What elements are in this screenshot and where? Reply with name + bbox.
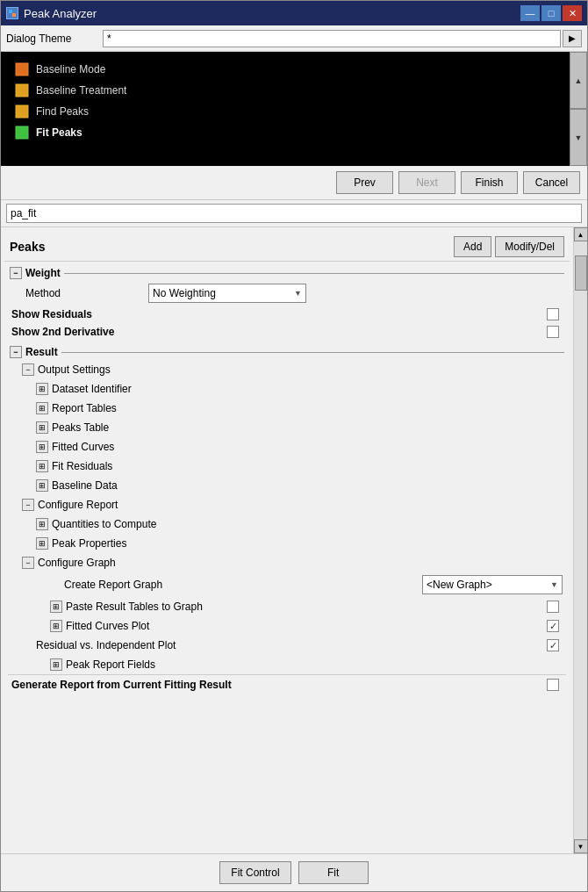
peak-properties-expand[interactable]: ⊞ (36, 537, 48, 550)
quantities-expand[interactable]: ⊞ (36, 518, 48, 530)
fitted-curves-plot-expand[interactable]: ⊞ (50, 620, 62, 632)
peak-properties-label: Peak Properties (52, 537, 563, 550)
next-button[interactable]: Next (398, 171, 455, 194)
quantities-label: Quantities to Compute (52, 518, 563, 530)
bottom-bar: Fit Control Fit (1, 853, 587, 891)
generate-label: Generate Report from Current Fitting Res… (11, 679, 547, 691)
create-report-graph-select[interactable]: <New Graph> ▼ (422, 575, 563, 594)
output-settings-collapse[interactable]: − (22, 363, 34, 376)
scroll-down-arrow[interactable]: ▼ (574, 839, 588, 853)
step-fit-peaks[interactable]: Fit Peaks (8, 122, 580, 143)
result-collapse-btn[interactable]: − (10, 346, 22, 358)
peaks-title: Peaks (10, 240, 45, 254)
fit-residuals-label: Fit Residuals (52, 460, 563, 472)
prev-button[interactable]: Prev (336, 171, 393, 194)
main-content: Peaks Add Modify/Del − Weight Method No (1, 227, 587, 853)
close-button[interactable]: ✕ (563, 5, 582, 21)
steps-scroll-down[interactable]: ▼ (570, 109, 587, 166)
dialog-theme-arrow-button[interactable]: ▶ (563, 30, 582, 47)
dialog-theme-input[interactable] (103, 30, 561, 47)
show-2nd-derivative-row: Show 2nd Derivative (8, 323, 566, 341)
baseline-data-expand[interactable]: ⊞ (36, 479, 48, 492)
weight-collapse-btn[interactable]: − (10, 267, 22, 279)
dataset-identifier-row: ⊞ Dataset Identifier (8, 379, 566, 399)
fit-button[interactable]: Fit (298, 861, 369, 884)
configure-graph-collapse[interactable]: − (22, 557, 34, 569)
result-divider (61, 352, 564, 353)
peak-report-fields-expand[interactable]: ⊞ (50, 658, 62, 671)
method-select-arrow: ▼ (294, 289, 302, 298)
residual-right (547, 639, 563, 651)
step-find-peaks-label: Find Peaks (36, 105, 89, 118)
peak-analyzer-window: Peak Analyzer — □ ✕ Dialog Theme ▶ Basel… (0, 0, 588, 892)
configure-report-row: − Configure Report (8, 495, 566, 514)
tree-panel: Peaks Add Modify/Del − Weight Method No (1, 227, 573, 853)
scroll-thumb[interactable] (575, 255, 587, 291)
peaks-table-expand[interactable]: ⊞ (36, 421, 48, 434)
step-baseline-mode-label: Baseline Mode (36, 63, 105, 76)
result-title: Result (25, 346, 58, 358)
fitted-curves-label: Fitted Curves (52, 441, 563, 453)
steps-scrollbar: ▲ ▼ (570, 52, 587, 166)
fitted-curves-plot-row: ⊞ Fitted Curves Plot (8, 616, 566, 636)
minimize-button[interactable]: — (520, 5, 540, 21)
result-section-header: − Result (8, 344, 566, 360)
fit-residuals-expand[interactable]: ⊞ (36, 460, 48, 472)
step-baseline-treatment-label: Baseline Treatment (36, 84, 126, 97)
finish-button[interactable]: Finish (461, 171, 518, 194)
quantities-to-compute-row: ⊞ Quantities to Compute (8, 514, 566, 534)
dialog-theme-row: Dialog Theme ▶ (1, 25, 587, 52)
cancel-button[interactable]: Cancel (523, 171, 580, 194)
dataset-identifier-expand[interactable]: ⊞ (36, 383, 48, 395)
paste-result-checkbox[interactable] (547, 601, 559, 613)
peak-properties-row: ⊞ Peak Properties (8, 534, 566, 553)
baseline-data-row: ⊞ Baseline Data (8, 476, 566, 495)
method-select[interactable]: No Weighting ▼ (148, 284, 306, 303)
fit-control-button[interactable]: Fit Control (219, 861, 290, 884)
title-controls: — □ ✕ (520, 5, 582, 21)
paste-result-label: Paste Result Tables to Graph (66, 601, 547, 613)
fitted-curves-row: ⊞ Fitted Curves (8, 437, 566, 457)
window-title: Peak Analyzer (24, 7, 520, 20)
fitted-curves-plot-right (547, 620, 563, 632)
peak-report-fields-row: ⊞ Peak Report Fields (8, 655, 566, 674)
baseline-data-label: Baseline Data (52, 479, 563, 492)
main-scrollbar: ▲ ▼ (573, 227, 587, 853)
show-2nd-derivative-checkbox[interactable] (547, 326, 559, 338)
show-2nd-derivative-label: Show 2nd Derivative (11, 326, 547, 338)
scroll-up-arrow[interactable]: ▲ (574, 227, 588, 241)
modify-del-button[interactable]: Modify/Del (495, 236, 564, 257)
residual-checkbox[interactable] (547, 639, 559, 651)
configure-report-collapse[interactable]: − (22, 499, 34, 511)
show-residuals-label: Show Residuals (11, 308, 547, 320)
step-baseline-mode[interactable]: Baseline Mode (8, 59, 580, 80)
report-graph-value: <New Graph> (427, 579, 492, 591)
step-baseline-treatment[interactable]: Baseline Treatment (8, 80, 580, 101)
maximize-button[interactable]: □ (541, 5, 561, 21)
report-tables-row: ⊞ Report Tables (8, 399, 566, 418)
dialog-theme-label: Dialog Theme (6, 32, 103, 45)
title-bar: Peak Analyzer — □ ✕ (1, 1, 587, 25)
app-icon (6, 7, 18, 19)
residual-vs-independent-row: Residual vs. Independent Plot (8, 636, 566, 655)
paste-result-expand[interactable]: ⊞ (50, 601, 62, 613)
fit-residuals-row: ⊞ Fit Residuals (8, 457, 566, 476)
fitted-curves-plot-label: Fitted Curves Plot (66, 620, 547, 632)
generate-checkbox[interactable] (547, 679, 559, 691)
fitted-curves-plot-checkbox[interactable] (547, 620, 559, 632)
script-name-input[interactable] (6, 204, 582, 223)
step-find-peaks[interactable]: Find Peaks (8, 101, 580, 122)
report-tables-expand[interactable]: ⊞ (36, 402, 48, 414)
show-residuals-row: Show Residuals (8, 306, 566, 323)
paste-result-row: ⊞ Paste Result Tables to Graph (8, 597, 566, 616)
create-report-graph-label: Create Report Graph (64, 579, 422, 591)
add-button[interactable]: Add (454, 236, 491, 257)
configure-graph-label: Configure Graph (38, 557, 563, 569)
fitted-curves-expand[interactable]: ⊞ (36, 441, 48, 453)
residual-vs-independent-label: Residual vs. Independent Plot (36, 639, 547, 651)
svg-rect-0 (9, 10, 12, 13)
show-residuals-checkbox[interactable] (547, 308, 559, 320)
svg-rect-4 (16, 105, 28, 118)
steps-scroll-up[interactable]: ▲ (570, 52, 587, 109)
script-name-row (1, 200, 587, 227)
